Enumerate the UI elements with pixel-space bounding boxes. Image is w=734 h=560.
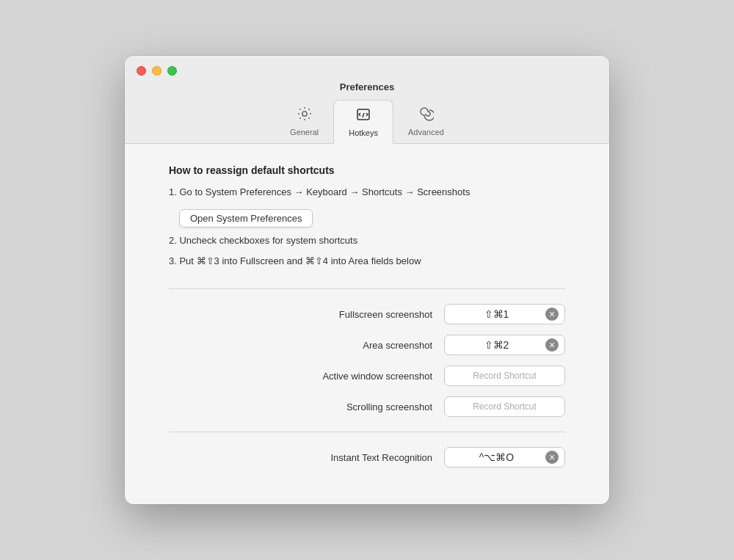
step-3: 3. Put ⌘⇧3 into Fullscreen and ⌘⇧4 into …: [169, 254, 565, 269]
text-recognition-value: ^⌥⌘O: [451, 451, 542, 463]
fullscreen-clear-button[interactable]: [545, 308, 559, 321]
content-area: How to reassign default shortcuts 1. Go …: [125, 144, 609, 505]
divider-2: [169, 432, 565, 432]
area-clear-button[interactable]: [545, 338, 559, 352]
divider-1: [169, 288, 565, 289]
scrolling-placeholder: Record Shortcut: [451, 401, 559, 412]
tab-general-label: General: [290, 128, 319, 137]
open-system-preferences-button[interactable]: Open System Preferences: [179, 209, 313, 228]
shortcut-row-active-window: Active window screenshot Record Shortcut: [169, 366, 565, 386]
shortcuts2-section: Instant Text Recognition ^⌥⌘O: [169, 447, 565, 468]
maximize-button[interactable]: [167, 66, 177, 76]
text-recognition-clear-button[interactable]: [545, 451, 559, 464]
spiral-icon: [418, 106, 434, 125]
tab-hotkeys-label: Hotkeys: [349, 128, 378, 137]
fullscreen-value: ⇧⌘1: [451, 308, 542, 320]
instructions-title: How to reassign default shortcuts: [169, 164, 565, 176]
text-recognition-field[interactable]: ^⌥⌘O: [444, 447, 565, 468]
preferences-window: Preferences General: [125, 56, 609, 505]
area-value: ⇧⌘2: [451, 339, 542, 351]
area-field[interactable]: ⇧⌘2: [444, 335, 565, 355]
area-label: Area screenshot: [286, 340, 432, 351]
gear-icon: [297, 106, 313, 125]
scrolling-field[interactable]: Record Shortcut: [444, 396, 565, 417]
instructions-section: How to reassign default shortcuts 1. Go …: [169, 164, 565, 269]
fullscreen-label: Fullscreen screenshot: [286, 309, 432, 320]
svg-point-0: [302, 112, 306, 116]
active-window-field[interactable]: Record Shortcut: [444, 366, 565, 386]
shortcut-row-scrolling: Scrolling screenshot Record Shortcut: [169, 396, 565, 417]
fullscreen-field[interactable]: ⇧⌘1: [444, 304, 565, 324]
shortcut-row-fullscreen: Fullscreen screenshot ⇧⌘1: [169, 304, 565, 324]
shortcuts-section: Fullscreen screenshot ⇧⌘1 Area screensho…: [169, 304, 565, 417]
tab-advanced[interactable]: Advanced: [393, 100, 459, 144]
minimize-button[interactable]: [152, 66, 161, 76]
hotkeys-icon: [355, 106, 371, 126]
step-1: 1. Go to System Preferences → Keyboard →…: [169, 185, 565, 200]
tab-advanced-label: Advanced: [408, 128, 444, 137]
titlebar: Preferences General: [125, 56, 609, 144]
step-2: 2. Uncheck checkboxes for system shortcu…: [169, 233, 565, 248]
tab-bar: General Hotkeys Advance: [275, 100, 459, 144]
scrolling-label: Scrolling screenshot: [286, 401, 432, 412]
active-window-label: Active window screenshot: [286, 371, 432, 382]
close-button[interactable]: [137, 66, 146, 76]
shortcut-row-area: Area screenshot ⇧⌘2: [169, 335, 565, 355]
shortcut-row-text-recognition: Instant Text Recognition ^⌥⌘O: [169, 447, 565, 468]
active-window-placeholder: Record Shortcut: [451, 371, 559, 381]
window-title: Preferences: [340, 81, 394, 92]
traffic-lights: [137, 66, 177, 76]
text-recognition-label: Instant Text Recognition: [286, 452, 432, 463]
tab-hotkeys[interactable]: Hotkeys: [333, 100, 393, 144]
tab-general[interactable]: General: [275, 100, 333, 144]
